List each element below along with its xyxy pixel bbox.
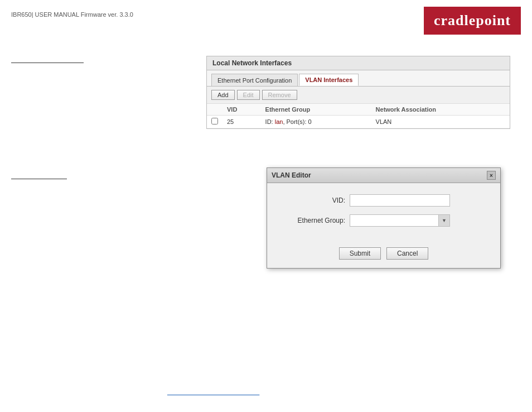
table-header-row: VID Ethernet Group Network Association	[207, 104, 510, 116]
bottom-link-text: ___________________________	[167, 389, 259, 395]
ethernet-group-select-wrap: ▼	[350, 214, 450, 227]
vlan-table: VID Ethernet Group Network Association 2…	[207, 104, 510, 128]
row-checkbox[interactable]	[211, 118, 218, 124]
tab-vlan-interfaces[interactable]: VLAN Interfaces	[299, 74, 359, 86]
dialog-footer: Submit Cancel	[267, 243, 500, 268]
lni-toolbar: Add Edit Remove	[207, 87, 510, 104]
col-checkbox	[207, 104, 223, 116]
cell-vid: 25	[223, 116, 261, 128]
ethernet-group-select[interactable]	[350, 215, 449, 226]
lni-title: Local Network Interfaces	[207, 56, 510, 70]
vid-label: VID:	[278, 197, 345, 204]
cell-network-association: VLAN	[371, 116, 510, 128]
cell-ethernet-group: ID: lan, Port(s): 0	[261, 116, 371, 128]
add-button[interactable]: Add	[211, 90, 235, 100]
dialog-titlebar: VLAN Editor ×	[267, 168, 500, 183]
close-icon: ×	[490, 173, 493, 179]
edit-button[interactable]: Edit	[237, 90, 260, 100]
bottom-link[interactable]: ___________________________	[167, 389, 259, 395]
remove-button[interactable]: Remove	[262, 90, 297, 100]
tab-ethernet-port[interactable]: Ethernet Port Configuration	[211, 74, 298, 86]
manual-title: IBR650| USER MANUAL Firmware ver. 3.3.0	[11, 11, 133, 18]
vid-row: VID:	[278, 194, 489, 207]
side-section-2	[11, 178, 67, 179]
side-section-1	[11, 61, 84, 63]
side-underline-1	[11, 63, 84, 63]
cancel-button[interactable]: Cancel	[386, 247, 428, 260]
company-logo: cradlepoint	[424, 7, 521, 35]
side-underline-2	[11, 179, 67, 179]
vid-input[interactable]	[350, 194, 450, 207]
page-header: IBR650| USER MANUAL Firmware ver. 3.3.0 …	[0, 0, 532, 39]
lni-panel: Local Network Interfaces Ethernet Port C…	[206, 56, 510, 129]
col-network-association: Network Association	[371, 104, 510, 116]
vlan-editor-dialog: VLAN Editor × VID: Ethernet Group: ▼ Sub…	[267, 167, 501, 269]
ethernet-group-row: Ethernet Group: ▼	[278, 214, 489, 227]
table-row: 25 ID: lan, Port(s): 0 VLAN	[207, 116, 510, 128]
logo-text: cradlepoint	[434, 12, 511, 28]
lni-tabs: Ethernet Port Configuration VLAN Interfa…	[207, 70, 510, 87]
submit-button[interactable]: Submit	[339, 247, 381, 260]
col-ethernet-group: Ethernet Group	[261, 104, 371, 116]
ethernet-group-label: Ethernet Group:	[278, 217, 345, 224]
dialog-title: VLAN Editor	[272, 171, 311, 179]
ethernet-link[interactable]: lan	[275, 118, 283, 125]
dialog-close-button[interactable]: ×	[487, 171, 496, 180]
col-vid: VID	[223, 104, 261, 116]
row-checkbox-cell[interactable]	[207, 116, 223, 128]
dialog-body: VID: Ethernet Group: ▼	[267, 183, 500, 243]
